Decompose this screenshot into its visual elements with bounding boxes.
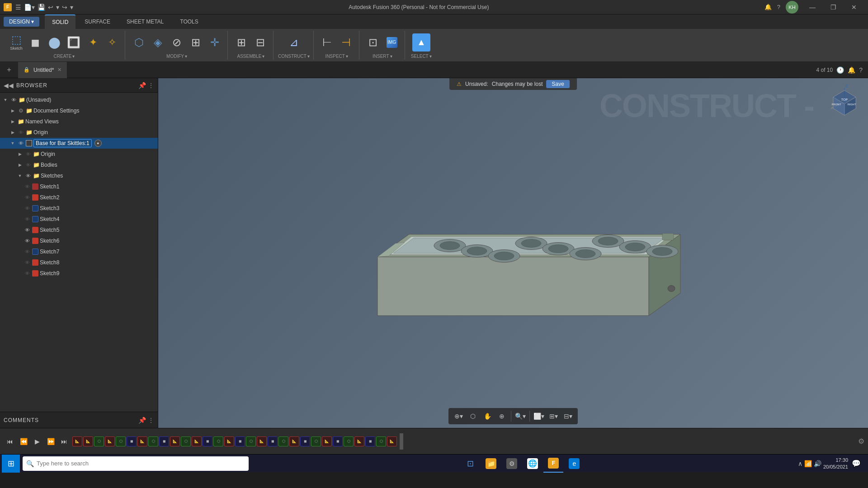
tl-prev-btn[interactable]: ⏪ xyxy=(17,435,30,448)
action-center-btn[interactable]: 💬 xyxy=(850,459,863,468)
tl-marker-23[interactable]: ⬡ xyxy=(311,436,321,446)
tree-item-sketch9[interactable]: 👁 Sketch9 xyxy=(0,268,158,279)
help-btn[interactable]: ? xyxy=(777,4,780,10)
origin-inner-eye[interactable]: 👁 xyxy=(24,150,32,158)
redo-dropdown-btn[interactable]: ▾ xyxy=(70,4,73,11)
sketches-expand[interactable]: ▼ xyxy=(16,172,24,179)
tree-item-base-component[interactable]: ▼ 👁 Base for Bar Skittles:1 ● xyxy=(0,138,158,149)
tl-marker-14[interactable]: ⬡ xyxy=(213,436,223,446)
tree-item-sketch7[interactable]: 👁 Sketch7 xyxy=(0,246,158,257)
tree-item-bodies[interactable]: ▶ 👁 📁 Bodies xyxy=(0,160,158,170)
tree-item-sketch4[interactable]: 👁 Sketch4 xyxy=(0,214,158,225)
assemble-dropdown-icon[interactable]: ▾ xyxy=(262,54,264,59)
tree-item-named-views[interactable]: ▶ 📁 Named Views xyxy=(0,116,158,127)
browser-more-btn[interactable]: ⋮ xyxy=(148,82,154,89)
tl-marker-8[interactable]: ⬡ xyxy=(148,436,158,446)
tab-surface[interactable]: SURFACE xyxy=(77,14,118,29)
box-btn[interactable]: 🔳 xyxy=(64,36,83,49)
tl-marker-10[interactable]: 📐 xyxy=(170,436,180,446)
tl-marker-27[interactable]: 📐 xyxy=(354,436,364,446)
tl-marker-6[interactable]: ◼ xyxy=(127,436,137,446)
orbit-btn[interactable]: ⊕▾ xyxy=(452,410,465,422)
tl-marker-1[interactable]: 📐 xyxy=(72,436,82,446)
tl-marker-21[interactable]: 📐 xyxy=(289,436,299,446)
tl-marker-4[interactable]: 📐 xyxy=(105,436,115,446)
insert-dropdown-icon[interactable]: ▾ xyxy=(390,54,392,59)
undo-btn[interactable]: ↩ xyxy=(48,4,53,11)
user-avatar[interactable]: KH xyxy=(786,1,798,14)
tree-item-sketch8[interactable]: 👁 Sketch8 xyxy=(0,257,158,268)
insert-derive-btn[interactable]: ⊡ xyxy=(364,36,382,49)
revolve-btn[interactable]: ⬤ xyxy=(45,36,63,49)
tl-marker-5[interactable]: ⬡ xyxy=(116,436,126,446)
alert-icon[interactable]: 🔔 xyxy=(848,66,855,74)
collapse-panel-btn[interactable]: ◀◀ xyxy=(4,82,14,89)
network-icon[interactable]: 📶 xyxy=(804,460,812,467)
sketch6-eye[interactable]: 👁 xyxy=(24,237,31,244)
base-expand[interactable]: ▼ xyxy=(9,140,16,147)
design-dropdown[interactable]: DESIGN ▾ xyxy=(4,17,39,27)
root-eye-icon[interactable]: 👁 xyxy=(10,96,17,103)
sketch1-eye[interactable]: 👁 xyxy=(24,183,31,190)
notifications-btn[interactable]: 🔔 xyxy=(764,4,772,10)
origin-top-eye[interactable]: 👁 xyxy=(17,129,24,136)
display-mode-btn[interactable]: ⬜▾ xyxy=(533,410,545,422)
redo-btn[interactable]: ↪ xyxy=(62,4,67,11)
tl-settings-btn[interactable]: ⚙ xyxy=(858,437,864,446)
edge-btn[interactable]: e xyxy=(564,455,584,473)
root-expand-btn[interactable]: ▼ xyxy=(2,96,9,103)
taskview-btn[interactable]: ⊡ xyxy=(460,455,480,473)
tl-marker-29[interactable]: ⬡ xyxy=(376,436,386,446)
tl-play-btn[interactable]: ▶ xyxy=(31,435,43,448)
tree-item-sketch2[interactable]: 👁 Sketch2 xyxy=(0,192,158,203)
tl-next-btn[interactable]: ⏩ xyxy=(44,435,57,448)
environment-btn[interactable]: ⊟▾ xyxy=(561,410,574,422)
pan-btn[interactable]: ✋ xyxy=(481,410,494,422)
tl-marker-11[interactable]: ⬡ xyxy=(181,436,191,446)
tl-end-btn[interactable]: ⏭ xyxy=(58,435,71,448)
tl-marker-12[interactable]: 📐 xyxy=(192,436,202,446)
sketch2-eye[interactable]: 👁 xyxy=(24,194,31,201)
sketch3-eye[interactable]: 👁 xyxy=(24,205,31,212)
tree-item-sketch3[interactable]: 👁 Sketch3 xyxy=(0,203,158,214)
mirror-btn[interactable]: ✧ xyxy=(103,37,121,48)
bodies-eye[interactable]: 👁 xyxy=(24,161,32,169)
insert-canvas-btn[interactable]: IMG xyxy=(383,36,401,49)
close-btn[interactable]: ✕ xyxy=(844,0,864,14)
sketches-eye[interactable]: 👁 xyxy=(24,172,32,179)
tree-item-sketch6[interactable]: 👁 Sketch6 xyxy=(0,235,158,246)
volume-icon[interactable]: 🔊 xyxy=(814,460,821,467)
tl-marker-13[interactable]: ◼ xyxy=(203,436,212,446)
construct-dropdown-icon[interactable]: ▾ xyxy=(307,54,310,59)
add-tab-btn[interactable]: ＋ xyxy=(5,65,13,75)
fusion360-btn[interactable]: F xyxy=(543,455,563,473)
taskbar-search[interactable]: 🔍 xyxy=(23,456,249,471)
tl-start-btn[interactable]: ⏮ xyxy=(4,435,16,448)
sketch4-eye[interactable]: 👁 xyxy=(24,216,31,223)
tl-marker-2[interactable]: 📐 xyxy=(83,436,93,446)
canvas[interactable]: ⚠ Unsaved: Changes may be lost Save CONS… xyxy=(158,78,868,428)
offset-plane-btn[interactable]: ⊿ xyxy=(285,36,303,49)
tree-item-sketches[interactable]: ▼ 👁 📁 Sketches xyxy=(0,170,158,181)
joint-btn[interactable]: ⊞ xyxy=(232,36,250,49)
base-eye[interactable]: 👁 xyxy=(17,140,24,147)
modify-dropdown-icon[interactable]: ▾ xyxy=(185,54,187,59)
maximize-btn[interactable]: ❐ xyxy=(823,0,844,14)
tl-marker-15[interactable]: 📐 xyxy=(224,436,234,446)
tl-marker-30[interactable]: 📐 xyxy=(387,436,397,446)
browser-pin-btn[interactable]: 📌 xyxy=(138,82,146,89)
zoom-btn[interactable]: ⊕ xyxy=(495,410,508,422)
tab-solid[interactable]: SOLID xyxy=(45,14,75,29)
tl-marker-9[interactable]: ◼ xyxy=(159,436,169,446)
tl-marker-16[interactable]: ◼ xyxy=(235,436,245,446)
fillet-btn[interactable]: ◈ xyxy=(149,36,167,49)
undo-dropdown-btn[interactable]: ▾ xyxy=(56,4,59,11)
tree-item-origin-inner[interactable]: ▶ 👁 📁 Origin xyxy=(0,149,158,160)
minimize-btn[interactable]: — xyxy=(802,0,823,14)
sketch5-eye[interactable]: 👁 xyxy=(24,226,31,234)
extrude-btn[interactable]: ◼ xyxy=(26,36,44,49)
close-tab-btn[interactable]: ✕ xyxy=(57,67,61,73)
chrome-btn[interactable]: 🌐 xyxy=(523,455,542,473)
sketch9-eye[interactable]: 👁 xyxy=(24,270,31,277)
rigid-group-btn[interactable]: ⊟ xyxy=(251,36,269,49)
